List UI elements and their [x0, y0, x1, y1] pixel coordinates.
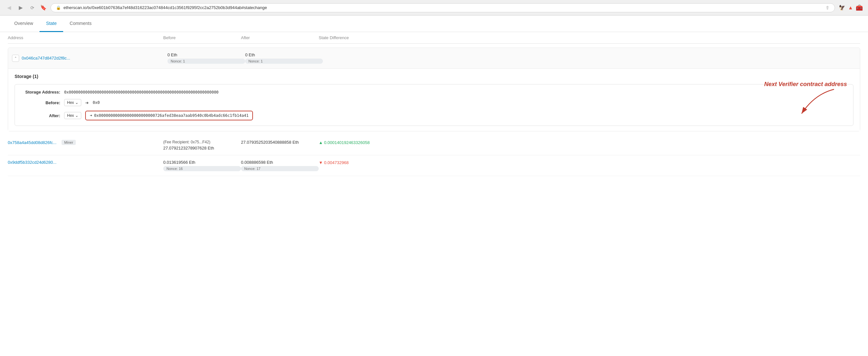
before-cell-1: 0 Eth Nonce: 1 — [167, 53, 245, 64]
storage-after-label: After: — [21, 113, 60, 118]
after-cell-2: 27.0793525203540888858 Eth — [241, 140, 319, 145]
collapse-btn-1[interactable]: ⌃ — [12, 55, 19, 62]
storage-title-1: Storage (1) — [14, 74, 854, 79]
address-row-3: 0x9ddf5b332cd24d6280... 0.013619566 Eth … — [8, 155, 860, 176]
after-hex-label: Hex — [67, 113, 74, 118]
after-cell-1: 0 Eth Nonce: 1 — [245, 53, 323, 64]
after-value-box: ➜ 0x000000000000000000000000726afed38eaa… — [85, 111, 253, 120]
storage-address-row: Storage Address: 0x000000000000000000000… — [21, 90, 847, 95]
address-row-1-header: ⌃ 0x046ca747d8472d2f8c... 0 Eth Nonce: 1… — [8, 48, 860, 68]
state-diff-3: ▼ 0.004732968 — [319, 160, 860, 165]
page-content: Overview State Comments Address Before A… — [0, 15, 868, 356]
tab-bar: Overview State Comments — [0, 15, 868, 32]
table-header: Address Before After State Difference — [8, 32, 860, 44]
address-cell-2: 0x758a4a45dd08d826fc... Miner — [8, 140, 163, 145]
state-diff-value-3: ▼ 0.004732968 — [319, 160, 348, 165]
share-icon: ⇧ — [826, 5, 830, 10]
storage-section-1: Storage (1) Next Verifier contract addre… — [8, 68, 860, 131]
browser-chrome: ◀ ▶ ⟳ 🔖 🔒 etherscan.io/tx/0xe601b07636a7… — [0, 0, 868, 15]
before-hex-chevron: ⌄ — [75, 100, 79, 105]
after-hex-chevron: ⌄ — [75, 113, 79, 118]
col-address: Address — [8, 35, 163, 40]
refresh-button[interactable]: ⟳ — [29, 4, 36, 12]
after-nonce-1: Nonce: 1 — [245, 59, 323, 64]
tab-comments[interactable]: Comments — [63, 15, 98, 32]
address-row-1: ⌃ 0x046ca747d8472d2f8c... 0 Eth Nonce: 1… — [8, 47, 860, 131]
address-link-3[interactable]: 0x9ddf5b332cd24d6280... — [8, 160, 56, 165]
storage-address-label: Storage Address: — [21, 90, 60, 95]
before-cell-2: (Fee Recipient: 0x75...F42) 27.079212327… — [163, 140, 241, 151]
address-link-1[interactable]: 0x046ca747d8472d2f8c... — [22, 56, 70, 61]
after-eth-3: 0.008886598 Eth — [241, 160, 319, 165]
before-nonce-1: Nonce: 1 — [167, 59, 245, 64]
tab-overview[interactable]: Overview — [8, 15, 39, 32]
lock-icon: 🔒 — [56, 5, 61, 10]
back-button[interactable]: ◀ — [5, 4, 13, 12]
storage-address-value: 0x00000000000000000000000000000000000000… — [64, 90, 219, 95]
before-hex-value: 0x0 — [93, 100, 100, 105]
state-diff-2: ▲ 0.000140192463326058 — [319, 140, 860, 145]
after-hex-dropdown[interactable]: Hex ⌄ — [64, 112, 81, 119]
col-after: After — [241, 35, 319, 40]
browser-actions: 🦅 ▲ 🧰 — [839, 4, 863, 11]
before-eth-1: 0 Eth — [167, 53, 245, 57]
brave-shields-icon[interactable]: 🦅 — [839, 4, 845, 11]
address-cell-1: ⌃ 0x046ca747d8472d2f8c... — [12, 55, 167, 62]
address-row-2: 0x758a4a45dd08d826fc... Miner (Fee Recip… — [8, 135, 860, 155]
before-nonce-3: Nonce: 16 — [163, 166, 241, 171]
annotation-text: Next Verifier contract address — [764, 81, 847, 88]
after-eth-1: 0 Eth — [245, 53, 323, 57]
storage-inner-1: Storage Address: 0x000000000000000000000… — [14, 84, 854, 126]
storage-before-label: Before: — [21, 100, 60, 105]
before-arrow-icon: ➜ — [85, 100, 89, 105]
after-hex-value: 0x000000000000000000000000726afed38eaa7a… — [94, 113, 249, 118]
tab-state[interactable]: State — [39, 15, 63, 32]
after-cell-3: 0.008886598 Eth Nonce: 17 — [241, 160, 319, 171]
extensions-icon[interactable]: 🧰 — [856, 4, 863, 11]
after-eth-2: 27.0793525203540888858 Eth — [241, 140, 319, 145]
forward-button[interactable]: ▶ — [17, 4, 25, 12]
col-before: Before — [163, 35, 241, 40]
bookmark-button[interactable]: 🔖 — [40, 4, 46, 11]
before-eth-2: 27.0792123278907628 Eth — [163, 145, 241, 151]
brave-rewards-icon[interactable]: ▲ — [848, 5, 853, 11]
before-hex-dropdown[interactable]: Hex ⌄ — [64, 99, 81, 106]
before-eth-3: 0.013619566 Eth — [163, 160, 241, 165]
annotation-arrow-svg — [795, 88, 840, 117]
col-state-diff: State Difference — [319, 35, 860, 40]
address-bar: 🔒 etherscan.io/tx/0xe601b07636a7ef48d316… — [51, 3, 835, 12]
miner-badge: Miner — [62, 140, 76, 145]
state-diff-value-2: ▲ 0.000140192463326058 — [319, 140, 370, 145]
before-cell-3: 0.013619566 Eth Nonce: 16 — [163, 160, 241, 171]
after-nonce-3: Nonce: 17 — [241, 166, 319, 171]
storage-before-row: Before: Hex ⌄ ➜ 0x0 — [21, 99, 847, 106]
address-link-2[interactable]: 0x758a4a45dd08d826fc... — [8, 140, 56, 145]
before-hex-label: Hex — [67, 100, 74, 105]
fee-recipient-label: (Fee Recipient: 0x75...F42) — [163, 140, 241, 144]
url-text: etherscan.io/tx/0xe601b07636a7ef48d31622… — [63, 5, 823, 10]
main-content: Address Before After State Difference ⌃ … — [0, 32, 868, 186]
address-cell-3: 0x9ddf5b332cd24d6280... — [8, 160, 163, 165]
after-arrow-icon: ➜ — [90, 113, 92, 118]
annotation-block: Next Verifier contract address — [764, 81, 847, 117]
storage-after-row: After: Hex ⌄ ➜ 0x00000000000000000000000… — [21, 111, 847, 120]
